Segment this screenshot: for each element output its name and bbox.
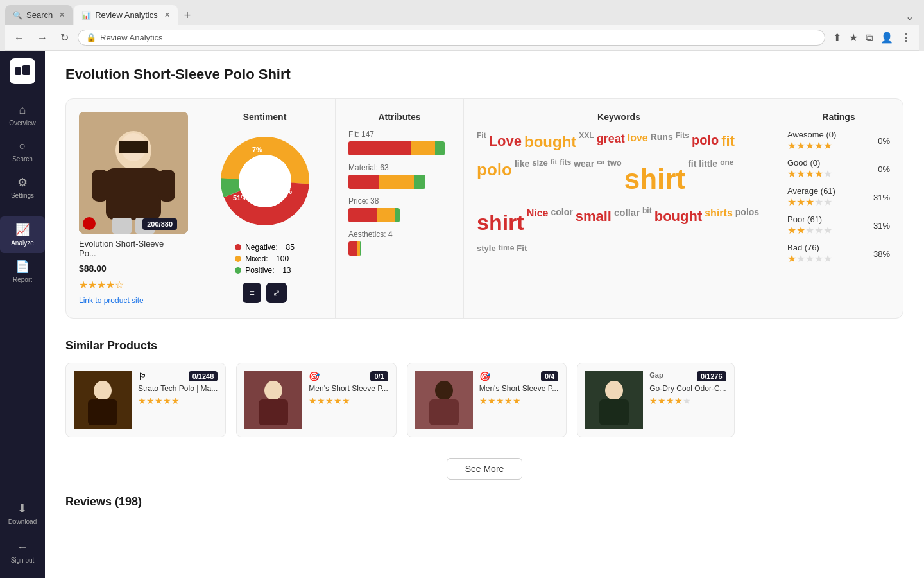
sidebar-item-overview[interactable]: ⌂ Overview — [0, 97, 45, 133]
svg-rect-4 — [106, 168, 161, 220]
see-more-button[interactable]: See More — [447, 458, 523, 480]
similar-card-3-stars: ★★★★★ — [479, 396, 558, 406]
similar-card-4-brand: Gap — [649, 371, 663, 379]
address-bar-row: ← → ↻ 🔒 Review Analytics ⬆ ★ ⧉ 👤 ⋮ — [5, 25, 919, 51]
sidebar-item-settings[interactable]: ⚙ Settings — [0, 169, 45, 206]
share-button[interactable]: ⬆ — [830, 29, 844, 46]
attr-fit-label: Fit: 147 — [348, 130, 450, 139]
sidebar-toggle-button[interactable]: ⧉ — [863, 29, 875, 46]
similar-card-2-stars: ★★★★★ — [309, 396, 388, 406]
product-link[interactable]: Link to product site — [79, 296, 181, 305]
product-image — [79, 112, 188, 234]
sentiment-legend: Negative: 85 Mixed: 100 Positive: 13 — [235, 243, 295, 275]
similar-card-2-header: 🎯 0/1 — [309, 371, 388, 381]
rating-average-pct: 31% — [873, 193, 890, 202]
rating-poor: Poor (61) ★★★★★ 31% — [787, 215, 890, 236]
keyword-word: wear — [574, 157, 594, 202]
keyword-word: shirts — [705, 205, 733, 240]
ratings-title: Ratings — [787, 112, 890, 122]
attr-aesthetics-bar — [348, 241, 361, 256]
svg-rect-0 — [15, 67, 21, 75]
back-button[interactable]: ← — [10, 31, 28, 45]
word-cloud: Fit Love bought XXL great love Runs Fits… — [477, 130, 761, 256]
keyword-word: polos — [735, 205, 759, 240]
keyword-word: fit — [551, 157, 557, 202]
sidebar-item-signout[interactable]: ← Sign out — [7, 534, 38, 570]
keyword-word: shirt — [624, 157, 685, 202]
similar-card-4[interactable]: Gap 0/1276 Go-Dry Cool Odor-C... ★★★★★ — [577, 363, 734, 437]
negative-label: Negative: — [245, 243, 282, 252]
tab-search[interactable]: 🔍 Search ✕ — [5, 5, 73, 25]
attr-aesthetics: Aesthetics: 4 — [348, 230, 450, 256]
positive-value: 13 — [282, 266, 291, 275]
lock-icon: 🔒 — [86, 33, 96, 42]
similar-card-1-stars: ★★★★★ — [138, 396, 218, 406]
rating-average: Average (61) ★★★★★ 31% — [787, 186, 890, 208]
keyword-word: two — [607, 157, 621, 202]
rating-bad-label: Bad (76) — [787, 243, 832, 252]
product-section: 200/880 Evolution Short-Sleeve Po... $88… — [66, 99, 194, 318]
keyword-word: ca — [597, 157, 604, 202]
similar-card-4-info: Gap 0/1276 Go-Dry Cool Odor-C... ★★★★★ — [649, 371, 726, 406]
sidebar-item-overview-label: Overview — [9, 119, 36, 127]
similar-card-4-inner: Gap 0/1276 Go-Dry Cool Odor-C... ★★★★★ — [585, 371, 726, 429]
similar-card-4-header: Gap 0/1276 — [649, 371, 726, 381]
keyword-word: fits — [560, 157, 571, 202]
keyword-word: time — [499, 242, 515, 256]
similar-products-grid: 🏳 0/1248 Strato Tech Polo | Ma... ★★★★★ — [65, 363, 903, 437]
search-tab-close[interactable]: ✕ — [59, 11, 65, 19]
keyword-word: small — [576, 205, 612, 240]
menu-button[interactable]: ⋮ — [898, 29, 914, 46]
attr-material-label: Material: 63 — [348, 163, 450, 172]
analytics-card: 200/880 Evolution Short-Sleeve Po... $88… — [65, 98, 903, 319]
negative-value: 85 — [286, 243, 295, 252]
positive-label: Positive: — [245, 266, 278, 275]
tabs-row: 🔍 Search ✕ 📊 Review Analytics ✕ + ⌄ — [5, 5, 919, 25]
sidebar-item-analyze[interactable]: 📈 Analyze — [0, 216, 45, 253]
sidebar-item-search[interactable]: ○ Search — [0, 133, 45, 169]
address-bar[interactable]: 🔒 Review Analytics — [78, 30, 825, 46]
rating-bad-pct: 38% — [873, 249, 890, 259]
svg-rect-23 — [259, 399, 288, 425]
address-text: Review Analytics — [100, 33, 817, 42]
bookmark-button[interactable]: ★ — [846, 29, 860, 46]
sidebar-item-report[interactable]: 📄 Report — [0, 253, 45, 290]
product-price: $88.00 — [79, 263, 181, 274]
sidebar: ⌂ Overview ○ Search ⚙ Settings 📈 Analyze… — [0, 51, 45, 578]
similar-card-3-image — [415, 371, 473, 429]
svg-rect-20 — [88, 399, 117, 425]
keyword-word: size — [532, 157, 548, 202]
svg-rect-5 — [92, 170, 108, 202]
similar-card-2[interactable]: 🎯 0/1 Men's Short Sleeve P... ★★★★★ — [236, 363, 396, 437]
mixed-label: Mixed: — [245, 254, 272, 263]
sidebar-item-download-label: Download — [8, 518, 37, 525]
tab-review-analytics[interactable]: 📊 Review Analytics ✕ — [74, 5, 178, 25]
review-analytics-tab-close[interactable]: ✕ — [164, 11, 170, 19]
sidebar-item-download[interactable]: ⬇ Download — [4, 495, 40, 532]
tab-overflow-button[interactable]: ⌄ — [900, 8, 919, 25]
similar-card-3[interactable]: 🎯 0/4 Men's Short Sleeve P... ★★★★★ — [407, 363, 567, 437]
attr-aesthetics-label: Aesthetics: 4 — [348, 230, 450, 239]
sidebar-item-settings-label: Settings — [11, 192, 34, 199]
profile-button[interactable]: 👤 — [878, 29, 896, 46]
forward-button[interactable]: → — [33, 31, 51, 45]
rating-poor-stars: ★★★★★ — [787, 224, 832, 236]
keyword-word: love — [628, 130, 648, 154]
attr-fit: Fit: 147 — [348, 130, 450, 155]
keyword-word: Love — [489, 130, 522, 154]
new-tab-button[interactable]: + — [179, 6, 196, 25]
similar-card-1-name: Strato Tech Polo | Ma... — [138, 384, 218, 393]
sidebar-bottom: ⬇ Download ← Sign out — [4, 495, 40, 570]
sidebar-divider — [10, 211, 35, 211]
svg-rect-6 — [158, 170, 175, 202]
keyword-word: little — [699, 157, 717, 202]
similar-card-1[interactable]: 🏳 0/1248 Strato Tech Polo | Ma... ★★★★★ — [65, 363, 226, 437]
search-icon: ○ — [19, 139, 26, 153]
sidebar-logo — [10, 58, 35, 84]
rating-bad-stars: ★★★★★ — [787, 252, 832, 265]
attr-price: Price: 38 — [348, 197, 450, 222]
expand-button[interactable]: ⤢ — [266, 283, 287, 303]
keyword-word: Fit — [477, 130, 486, 154]
filter-button[interactable]: ≡ — [243, 283, 261, 303]
reload-button[interactable]: ↻ — [56, 30, 73, 45]
